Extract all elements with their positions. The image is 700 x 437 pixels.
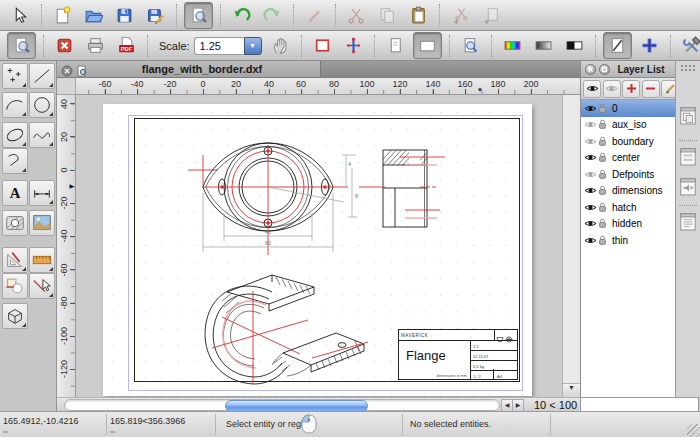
lock-icon[interactable] [598, 185, 609, 196]
layer-row[interactable]: boundary [581, 133, 675, 150]
portrait-button[interactable] [382, 33, 409, 58]
pdf-export-button[interactable]: PDF [113, 33, 140, 58]
select-tool-button[interactable] [29, 273, 55, 299]
lock-icon[interactable] [598, 152, 609, 163]
drawing-preferences-button[interactable] [301, 3, 328, 28]
lock-icon[interactable] [598, 218, 609, 229]
copy-button[interactable] [374, 3, 401, 28]
polyline-tool-button[interactable] [2, 148, 28, 174]
solid-tool-button[interactable] [2, 303, 28, 329]
horizontal-scrollbar[interactable]: ◀ ▶ 10 < 100 [57, 397, 580, 411]
vertical-scrollbar[interactable]: ▼ [562, 95, 580, 397]
print-button[interactable] [82, 33, 109, 58]
points-tool-button[interactable] [2, 63, 28, 89]
redo-button[interactable] [259, 3, 286, 28]
fit-page-button[interactable] [457, 33, 484, 58]
measure-tool-button[interactable] [29, 247, 55, 273]
lock-icon[interactable] [598, 103, 609, 114]
scrollbar-track[interactable] [64, 399, 500, 411]
layer-row[interactable]: center [581, 150, 675, 167]
layer-list-panel-button[interactable] [679, 106, 697, 128]
image-tool-button[interactable] [29, 210, 55, 236]
pointer-tool-button[interactable] [7, 3, 34, 28]
tab-preview-button[interactable] [76, 63, 88, 75]
lock-icon[interactable] [598, 119, 609, 130]
paper-border-button[interactable] [309, 33, 336, 58]
chevron-down-icon[interactable]: ▼ [244, 37, 262, 55]
cut-button[interactable] [343, 3, 370, 28]
dimension-tool-button[interactable] [29, 180, 55, 206]
command-line-input[interactable] [580, 397, 699, 412]
layer-row[interactable]: aux_iso [581, 117, 675, 134]
visibility-eye-icon[interactable] [584, 236, 598, 245]
visibility-eye-icon[interactable] [584, 104, 598, 113]
visibility-eye-icon[interactable] [584, 170, 598, 179]
text-tool-button[interactable]: A [2, 180, 28, 206]
scroll-down-button[interactable]: ▼ [563, 383, 580, 397]
save-as-button[interactable] [142, 3, 169, 28]
scale-value[interactable]: 1.25 [194, 37, 244, 55]
lock-icon[interactable] [598, 136, 609, 147]
property-editor-panel-button[interactable] [679, 147, 697, 169]
library-browser-panel-button[interactable] [679, 212, 697, 234]
ellipse-tool-button[interactable] [2, 122, 28, 148]
circle-tool-button[interactable] [29, 92, 55, 118]
layer-row[interactable]: hidden [581, 216, 675, 233]
open-drawing-button[interactable] [80, 3, 107, 28]
scale-combobox[interactable]: 1.25 ▼ [194, 37, 262, 55]
tab-title[interactable]: flange_with_border.dxf [97, 63, 307, 75]
visibility-eye-icon[interactable] [584, 219, 598, 228]
pan-button[interactable] [267, 33, 294, 58]
visibility-eye-icon[interactable] [584, 137, 598, 146]
new-drawing-button[interactable] [49, 3, 76, 28]
draw-tools-button[interactable] [2, 247, 28, 273]
layer-row[interactable]: Defpoints [581, 166, 675, 183]
panel-dock-strip [675, 61, 700, 397]
dock-drag-handle[interactable] [680, 64, 696, 73]
window-resize-grip[interactable] [687, 424, 700, 437]
show-all-layers-button[interactable] [583, 80, 601, 98]
zoom-redraw-button[interactable] [636, 33, 663, 58]
layer-row[interactable]: 0 [581, 100, 675, 117]
close-tab-button[interactable] [61, 63, 73, 75]
remove-layer-button[interactable] [642, 80, 660, 98]
layer-row[interactable]: dimensions [581, 183, 675, 200]
options-button[interactable] [678, 33, 700, 58]
drawing-viewport[interactable]: 40 60 4 8 [76, 95, 580, 397]
layer-row[interactable]: hatch [581, 199, 675, 216]
visibility-eye-icon[interactable] [584, 186, 598, 195]
lock-icon[interactable] [598, 202, 609, 213]
landscape-button[interactable] [413, 32, 442, 59]
visibility-eye-icon[interactable] [584, 203, 598, 212]
save-as-icon [146, 6, 165, 25]
center-to-page-button[interactable] [340, 33, 367, 58]
hide-all-layers-button[interactable] [603, 80, 621, 98]
arc-tool-button[interactable] [2, 92, 28, 118]
spline-tool-button[interactable] [29, 122, 55, 148]
print-preview-button[interactable] [184, 2, 213, 29]
save-button[interactable] [111, 3, 138, 28]
close-preview-button[interactable] [51, 33, 78, 58]
modify-tool-button[interactable] [2, 273, 28, 299]
visibility-eye-icon[interactable] [584, 120, 598, 129]
hatch-tool-button[interactable] [2, 210, 28, 236]
blackwhite-mode-button[interactable] [561, 33, 588, 58]
lock-icon[interactable] [598, 235, 609, 246]
draft-mode-button[interactable] [603, 32, 632, 59]
visibility-eye-icon[interactable] [584, 153, 598, 162]
print-preview-toggle-button[interactable] [7, 32, 36, 59]
add-layer-button[interactable] [622, 80, 640, 98]
close-panel-button[interactable] [585, 64, 596, 75]
ruler-label: -20 [158, 79, 182, 94]
color-mode-button[interactable] [499, 33, 526, 58]
grid-status: 10 < 100 [534, 399, 577, 411]
grayscale-mode-button[interactable] [530, 33, 557, 58]
cut-with-reference-button[interactable] [447, 3, 474, 28]
copy-with-reference-button[interactable] [478, 3, 505, 28]
undo-button[interactable] [228, 3, 255, 28]
lock-icon[interactable] [598, 169, 609, 180]
layer-row[interactable]: thin [581, 232, 675, 249]
paste-button[interactable] [405, 3, 432, 28]
line-tool-button[interactable] [29, 63, 55, 89]
command-line-panel-button[interactable] [679, 177, 697, 199]
